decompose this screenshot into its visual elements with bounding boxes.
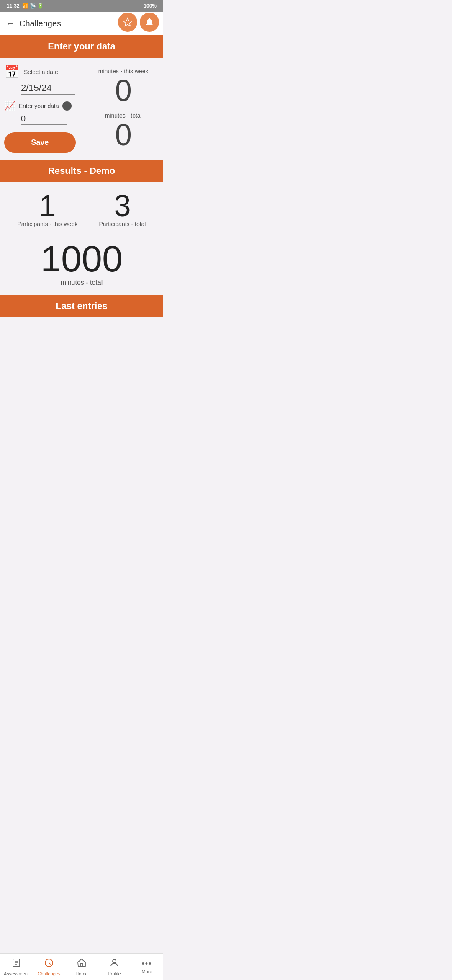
- notification-icon-button[interactable]: [140, 13, 159, 32]
- battery-label: 100%: [144, 3, 157, 9]
- participants-week-label: Participants - this week: [17, 221, 77, 227]
- page-title: Challenges: [19, 19, 61, 28]
- results-header: Results - Demo: [0, 160, 163, 182]
- status-icons: 📶 📡 🔋: [22, 3, 44, 9]
- info-button[interactable]: i: [62, 101, 72, 111]
- participants-total-col: 3 Participants - total: [99, 191, 146, 227]
- enter-data-left: 📅 Select a date 📈 Enter your data i Save: [4, 64, 80, 153]
- participants-total-value: 3: [114, 191, 131, 221]
- minutes-big-total-label: minutes - total: [7, 279, 157, 286]
- date-label: Select a date: [24, 69, 58, 75]
- save-button[interactable]: Save: [4, 132, 76, 153]
- top-nav: ← Challenges: [0, 12, 163, 35]
- last-entries-header: Last entries: [0, 295, 163, 317]
- data-entry-label: Enter your data: [19, 103, 59, 109]
- data-value-input[interactable]: [21, 114, 67, 125]
- status-bar: 11:32 📶 📡 🔋 100%: [0, 0, 163, 12]
- participants-total-label: Participants - total: [99, 221, 146, 227]
- badge-icon-button[interactable]: [118, 13, 137, 32]
- chart-icon: 📈: [4, 101, 15, 111]
- divider: [15, 232, 148, 232]
- data-entry-row: 📈 Enter your data i: [4, 101, 76, 111]
- enter-data-right: minutes - this week 0 minutes - total 0: [80, 64, 159, 153]
- back-button[interactable]: ←: [6, 18, 15, 29]
- minutes-week-value: 0: [115, 75, 132, 106]
- minutes-big-total: 1000: [7, 240, 157, 277]
- minutes-total-value: 0: [115, 120, 132, 150]
- enter-data-panel: 📅 Select a date 📈 Enter your data i Save…: [0, 58, 163, 160]
- participants-row: 1 Participants - this week 3 Participant…: [7, 191, 157, 227]
- enter-data-header: Enter your data: [0, 35, 163, 58]
- nav-icons: [118, 13, 159, 32]
- participants-week-col: 1 Participants - this week: [17, 191, 77, 227]
- status-time: 11:32: [7, 3, 20, 9]
- bell-icon: [144, 17, 154, 27]
- date-row: 📅 Select a date: [4, 64, 76, 79]
- badge-icon: [123, 17, 133, 27]
- calendar-icon: 📅: [4, 64, 20, 79]
- date-input[interactable]: [21, 83, 75, 95]
- results-panel: 1 Participants - this week 3 Participant…: [0, 182, 163, 295]
- participants-week-value: 1: [39, 191, 56, 221]
